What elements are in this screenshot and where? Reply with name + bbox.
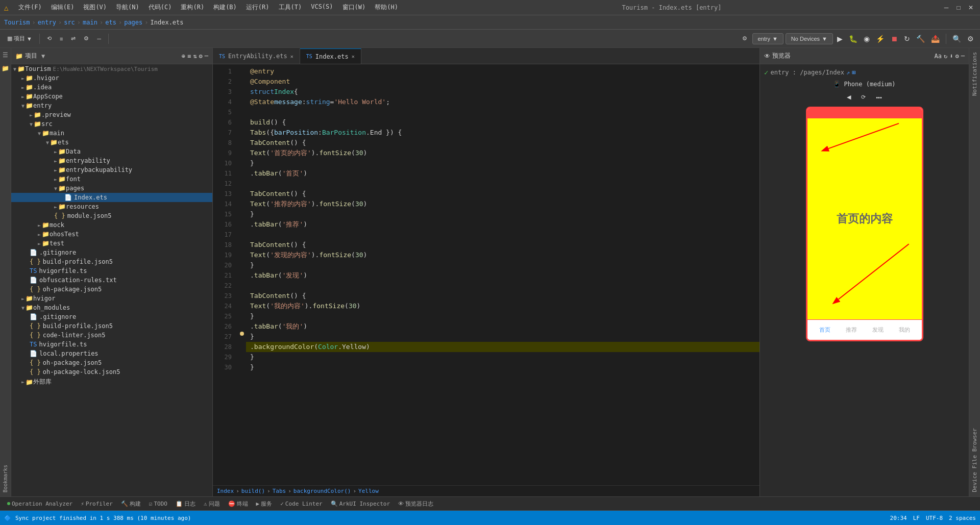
nav-tabs[interactable]: Tabs [273,488,286,494]
tab-code-linter[interactable]: ✓ Code Linter [277,499,325,508]
tab-preview-log[interactable]: 👁 预览器日志 [395,499,436,509]
menu-vcs[interactable]: VCS(S) [307,2,337,13]
phone-tab-discover[interactable]: 发现 [872,326,884,334]
tree-item-hvigor-root[interactable]: ► 📁 hvigor [11,294,212,303]
nav-build[interactable]: build() [241,488,265,494]
menu-bar[interactable]: 文件(F) 编辑(E) 视图(V) 导航(N) 代码(C) 重构(R) 构建(B… [14,2,402,13]
menu-run[interactable]: 运行(R) [242,2,274,13]
code-editor[interactable]: @entry @Component struct Index { @State … [246,64,760,485]
tree-item-ets[interactable]: ▼ 📁 ets [11,138,212,147]
profile-button[interactable]: ⚡ [874,33,887,45]
nav-yellow[interactable]: Yellow [358,488,379,494]
tree-item-src[interactable]: ▼ 📁 src [11,119,212,129]
close-button[interactable]: ✕ [966,3,976,13]
menu-file[interactable]: 文件(F) [14,2,46,13]
tree-item-entrybackupability[interactable]: ► 📁 entrybackupability [11,165,212,174]
preview-rotate-btn[interactable]: ⟳ [858,92,869,103]
indent-icon-btn[interactable]: ⇌ [68,33,79,44]
sync-icon-btn[interactable]: ⟲ [44,33,55,44]
tab-operation-analyzer[interactable]: Operation Analyzer [4,499,76,508]
debug-button[interactable]: 🐛 [847,33,860,45]
preview-more-btn[interactable]: ••• [873,92,885,103]
coverage-button[interactable]: ◉ [862,33,872,45]
tree-item-external-libs[interactable]: ► 📁 外部库 [11,377,212,387]
no-devices-btn[interactable]: No Devices ▼ [786,33,833,44]
tree-item-font[interactable]: ► 📁 font [11,174,212,184]
scope-icon[interactable]: ⊕ [182,53,185,60]
tree-item-gitignore2[interactable]: 📄 .gitignore [11,312,212,321]
device-file-browser-btn[interactable]: Device File Browser [969,424,980,496]
breadcrumb-ets[interactable]: ets [105,19,116,26]
minimize-button[interactable]: ─ [941,3,951,13]
menu-window[interactable]: 窗口(W) [338,2,370,13]
project-dropdown-btn[interactable]: ▦ 项目 ▼ [4,33,35,44]
bookmarks-label[interactable]: Bookmarks [2,463,9,494]
breadcrumb-file[interactable]: Index.ets [151,19,184,26]
collapse-icon[interactable]: ≡ [187,53,191,60]
tree-item-obfuscation[interactable]: 📄 obfuscation-rules.txt [11,276,212,285]
tree-item-data[interactable]: ► 📁 Data [11,147,212,156]
breadcrumb-src[interactable]: src [64,19,75,26]
settings-main-button[interactable]: ⚙ [965,33,976,45]
gear-icon[interactable]: ⚙ [199,53,203,60]
tree-item-hvigor[interactable]: ► 📁 .hvigor [11,73,212,83]
tree-item-resources[interactable]: ► 📁 resources [11,202,212,211]
tab-profiler[interactable]: ⚡ Profiler [78,499,116,508]
stop-button[interactable]: ⏹ [889,33,900,45]
tree-item-code-linter[interactable]: { } code-linter.json5 [11,331,212,340]
tree-item-gitignore[interactable]: 📄 .gitignore [11,248,212,257]
phone-tab-home[interactable]: 首页 [819,326,830,334]
minus-icon-btn[interactable]: ─ [94,34,104,44]
tree-item-oh-package-lock[interactable]: { } oh-package-lock.json5 [11,367,212,377]
no-devices-dropdown[interactable]: entry ▼ [752,33,783,44]
tree-item-oh-package[interactable]: { } oh-package.json5 [11,285,212,294]
font-size-icon[interactable]: Aa [935,53,942,60]
preview-minus-icon[interactable]: ─ [961,53,965,60]
preview-settings-icon[interactable]: ⚙ [955,53,959,60]
tab-build[interactable]: 🔨 构建 [118,499,144,509]
breadcrumb-pages[interactable]: pages [124,19,142,26]
tab-entryability[interactable]: TS EntryAbility.ets ✕ [213,48,300,64]
deploy-button[interactable]: 📤 [929,33,942,45]
tab-problems[interactable]: ⚠ 问题 [201,499,223,509]
breadcrumb-tourism[interactable]: Tourism [4,19,30,26]
tree-item-pages[interactable]: ▼ 📁 pages [11,184,212,193]
tab-terminal[interactable]: ⛔ 终端 [225,499,251,509]
tree-item-module-json[interactable]: { } module.json5 [11,211,212,220]
tree-item-index-ets[interactable]: 📄 Index.ets [11,193,212,202]
sidebar-icon-2[interactable]: 📁 [1,63,11,73]
tab-todo[interactable]: ☑ TODO [146,499,170,508]
tree-item-main[interactable]: ▼ 📁 main [11,129,212,138]
download-icon[interactable]: ⬇ [949,53,953,60]
tree-item-entryability[interactable]: ► 📁 entryability [11,156,212,165]
tree-item-mock[interactable]: ► 📁 mock [11,220,212,230]
menu-help[interactable]: 帮助(H) [371,2,402,13]
refresh-button[interactable]: ↻ [902,33,912,45]
tree-item-build-profile2[interactable]: { } build-profile.json5 [11,321,212,331]
menu-code[interactable]: 代码(C) [144,2,176,13]
preview-back-btn[interactable]: ◀ [844,92,854,103]
format-icon-btn[interactable]: ≡ [57,34,66,44]
tree-item-build-profile[interactable]: { } build-profile.json5 [11,257,212,266]
search-button[interactable]: 🔍 [950,33,963,45]
phone-tab-mine[interactable]: 我的 [899,326,910,334]
window-controls[interactable]: ─ □ ✕ [941,3,976,13]
tab-service[interactable]: ▶ 服务 [253,499,276,509]
tree-item-preview[interactable]: ► 📁 .preview [11,110,212,119]
maximize-button[interactable]: □ [953,3,964,13]
minus-tree-icon[interactable]: ─ [205,53,208,60]
nav-index[interactable]: Index [217,488,234,494]
tab-close-btn[interactable]: ✕ [290,54,293,59]
nav-bgcolor[interactable]: backgroundColor() [293,488,351,494]
tree-item-oh-package2[interactable]: { } oh-package.json5 [11,358,212,367]
tree-item-entry[interactable]: ▼ 📁 entry [11,101,212,110]
menu-build[interactable]: 构建(B) [209,2,241,13]
tree-item-oh-modules[interactable]: ▼ 📁 oh_modules [11,303,212,312]
phone-tab-recommend[interactable]: 推荐 [846,326,857,334]
menu-refactor[interactable]: 重构(R) [177,2,208,13]
breadcrumb-entry[interactable]: entry [38,19,56,26]
tab-log[interactable]: 📋 日志 [173,499,199,509]
phone-tab-bar[interactable]: 首页 推荐 发现 我的 [807,319,922,340]
tab-close-btn-active[interactable]: ✕ [352,54,355,59]
notifications-panel-btn[interactable]: Notifications [969,48,980,100]
